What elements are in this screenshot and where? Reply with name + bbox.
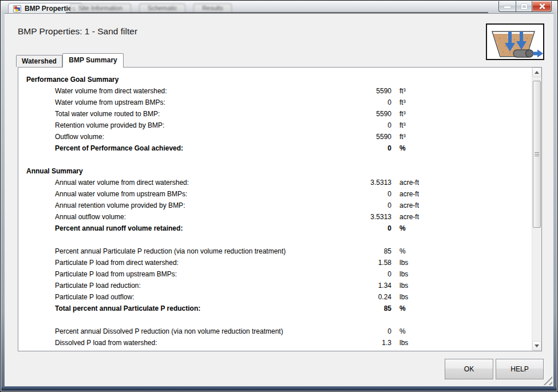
row-value: 0 xyxy=(327,326,391,337)
row-label: Percent annual Dissolved P reduction (vi… xyxy=(55,326,283,337)
row-label: Annual water volume from direct watershe… xyxy=(55,177,189,188)
minimize-button[interactable] xyxy=(498,1,516,12)
dialog-client-area: BMP Properties: 1 - Sand filter xyxy=(5,13,553,386)
section-title: Performance Goal Summary xyxy=(18,74,532,85)
bmp-summary-panel: Performance Goal SummaryWater volume fro… xyxy=(18,67,542,351)
row-value: 0 xyxy=(327,188,391,200)
tab-watershed[interactable]: Watershed xyxy=(16,55,62,67)
bmp-properties-window: BMP Properties Site InformationSchematic… xyxy=(0,0,558,392)
row-value: 0 xyxy=(327,97,391,108)
row-unit: acre-ft xyxy=(399,177,419,188)
row-value: 1.58 xyxy=(327,257,391,268)
row-label: Percent annual runoff volume retained: xyxy=(55,223,183,234)
minimize-icon xyxy=(504,6,510,8)
summary-row: Percent annual Dissolved P reduction (vi… xyxy=(18,326,532,337)
summary-row: Percent annual Particulate P reduction (… xyxy=(18,246,532,257)
row-label: Particulate P load from direct watershed… xyxy=(55,257,179,268)
row-label: Dissolved P load from watershed: xyxy=(55,337,157,349)
row-value: 5590 xyxy=(327,131,391,142)
tab-bmp-summary[interactable]: BMP Summary xyxy=(62,53,124,68)
row-unit: ft³ xyxy=(399,131,406,142)
row-label: Water volume from direct watershed: xyxy=(55,85,167,97)
row-label: Water volume from upstream BMPs: xyxy=(55,97,165,108)
summary-row: Particulate P load from direct watershed… xyxy=(18,257,532,268)
vertical-scrollbar[interactable] xyxy=(532,68,541,351)
row-unit: % xyxy=(399,142,406,154)
row-value: 5590 xyxy=(327,108,391,120)
resize-grip[interactable] xyxy=(543,376,552,385)
row-unit: ft³ xyxy=(399,108,406,120)
background-window-tab: Results xyxy=(193,3,232,13)
row-unit: acre-ft xyxy=(399,200,419,211)
summary-row: Water volume from upstream BMPs:0ft³ xyxy=(18,97,532,108)
window-frame-bottom xyxy=(1,386,557,391)
row-value: 0.24 xyxy=(327,291,391,303)
row-label: Percent of Performance Goal achieved: xyxy=(55,142,183,154)
form-icon xyxy=(13,5,21,13)
row-value: 0 xyxy=(327,223,391,234)
row-value: 0 xyxy=(327,120,391,131)
window-frame-right xyxy=(553,13,557,386)
background-window-tab: Site Information xyxy=(70,3,131,13)
row-unit: % xyxy=(399,326,406,337)
ok-button[interactable]: OK xyxy=(445,359,493,379)
row-unit: ft³ xyxy=(399,97,406,108)
row-label: Total water volume routed to BMP: xyxy=(55,108,160,120)
row-unit: acre-ft xyxy=(399,211,419,223)
summary-row: Particulate P load from upstream BMPs:0l… xyxy=(18,268,532,280)
row-value: 85 xyxy=(327,246,391,257)
row-label: Annual retention volume provided by BMP: xyxy=(55,200,185,211)
summary-row: Particulate P load outflow:0.24lbs xyxy=(18,291,532,303)
row-label: Total percent annual Particulate P reduc… xyxy=(55,303,200,314)
row-unit: acre-ft xyxy=(399,188,419,200)
page-title: BMP Properties: 1 - Sand filter xyxy=(18,26,137,37)
maximize-icon xyxy=(521,4,527,9)
summary-sections: Performance Goal SummaryWater volume fro… xyxy=(18,68,532,351)
summary-row: Total percent annual Particulate P reduc… xyxy=(18,303,532,314)
scroll-down-button[interactable] xyxy=(532,341,541,351)
summary-row: Annual outflow volume:3.5313acre-ft xyxy=(18,211,532,223)
row-unit: lbs xyxy=(399,280,408,291)
summary-section: Performance Goal SummaryWater volume fro… xyxy=(18,74,532,154)
row-value: 0 xyxy=(327,268,391,280)
row-value: 3.5313 xyxy=(327,177,391,188)
window-title: BMP Properties xyxy=(25,5,76,13)
scrollbar-grip-icon xyxy=(535,152,539,157)
row-label: Particulate P load from upstream BMPs: xyxy=(55,268,177,280)
row-value: 1.3 xyxy=(327,337,391,349)
summary-row: Percent of Performance Goal achieved:0% xyxy=(18,142,532,154)
summary-row: Outflow volume:5590ft³ xyxy=(18,131,532,142)
row-unit: lbs xyxy=(399,257,408,268)
row-label: Annual outflow volume: xyxy=(55,211,126,223)
scrollbar-up-icon xyxy=(535,71,539,74)
row-label: Particulate P load reduction: xyxy=(55,280,141,291)
background-window-tab: Schematic xyxy=(139,3,185,13)
maximize-button[interactable] xyxy=(516,1,532,12)
row-value: 85 xyxy=(327,303,391,314)
row-unit: % xyxy=(399,246,406,257)
row-value: 0 xyxy=(327,142,391,154)
help-button[interactable]: HELP xyxy=(496,359,544,379)
scrollbar-thumb[interactable] xyxy=(533,81,541,228)
row-value: 3.5313 xyxy=(327,211,391,223)
close-icon xyxy=(539,3,545,10)
background-window-tabs: Site InformationSchematicResults xyxy=(70,3,232,13)
summary-row: Water volume from direct watershed:5590f… xyxy=(18,85,532,97)
row-label: Outflow volume: xyxy=(55,131,104,142)
summary-row: Dissolved P load from watershed:1.3lbs xyxy=(18,337,532,349)
summary-row: Particulate P load reduction:1.34lbs xyxy=(18,280,532,291)
sand-filter-icon xyxy=(486,23,544,60)
close-button[interactable] xyxy=(532,1,552,12)
row-value: 0 xyxy=(327,200,391,211)
summary-row: Total water volume routed to BMP:5590ft³ xyxy=(18,108,532,120)
row-label: Particulate P load outflow: xyxy=(55,291,134,303)
row-unit: % xyxy=(399,303,406,314)
section-title: Annual Summary xyxy=(18,165,532,177)
row-unit: ft³ xyxy=(399,120,406,131)
titlebar[interactable]: BMP Properties Site InformationSchematic… xyxy=(1,1,557,13)
scroll-up-button[interactable] xyxy=(532,68,541,77)
row-label: Annual water volume from upstream BMPs: xyxy=(55,188,187,200)
row-label: Percent annual Particulate P reduction (… xyxy=(55,246,286,257)
scrollbar-down-icon xyxy=(535,345,539,347)
summary-row: Retention volume provided by BMP:0ft³ xyxy=(18,120,532,131)
